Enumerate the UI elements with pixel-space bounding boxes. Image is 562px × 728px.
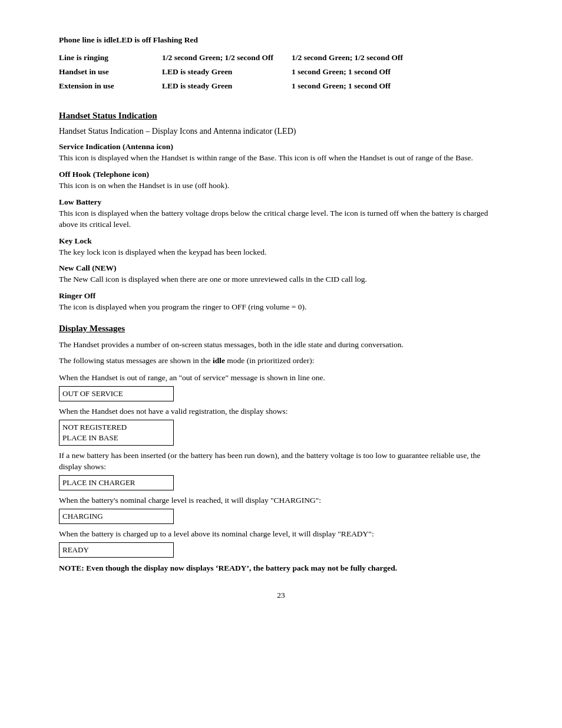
new-call-text: The New Call icon is displayed when ther… [59, 274, 503, 285]
ready-before: When the battery is charged up to a leve… [59, 529, 503, 540]
low-battery-label: Low Battery [59, 197, 503, 207]
charging-text: CHARGING [62, 511, 170, 522]
note-text: NOTE: Even though the display now displa… [59, 564, 503, 573]
low-battery-text: This icon is displayed when the battery … [59, 208, 503, 230]
display-messages-section: Display Messages The Handset provides a … [59, 324, 503, 573]
charging-block: When the battery's nominal charge level … [59, 495, 503, 524]
phone-idle-label: Phone line is idleLED is off Flashing Re… [59, 35, 503, 45]
service-indication-label: Service Indication (Antenna icon) [59, 142, 503, 151]
idle-mode-text-after: mode (in prioritized order): [227, 356, 314, 365]
not-registered-before: When the Handset does not have a valid r… [59, 406, 503, 417]
idle-mode-line: The following status messages are shown … [59, 355, 503, 367]
charging-box: CHARGING [59, 509, 174, 524]
not-registered-box: NOT REGISTERED PLACE IN BASE [59, 420, 174, 446]
out-of-service-block: When the Handset is out of range, an "ou… [59, 373, 503, 401]
phone-status-section: Phone line is idleLED is off Flashing Re… [59, 35, 503, 93]
out-of-service-box: OUT OF SERVICE [59, 386, 174, 401]
place-in-charger-before: If a new battery has been inserted (or t… [59, 450, 503, 473]
new-call-label: New Call (NEW) [59, 263, 503, 273]
ready-block: When the battery is charged up to a leve… [59, 529, 503, 558]
display-messages-title: Display Messages [59, 324, 503, 334]
not-registered-line1: NOT REGISTERED [62, 422, 170, 433]
ready-text: READY [62, 545, 170, 555]
display-messages-intro: The Handset provides a number of on-scre… [59, 340, 503, 351]
table-row: Extension in useLED is steady Green1 sec… [59, 79, 503, 93]
ready-box: READY [59, 542, 174, 558]
charging-before: When the battery's nominal charge level … [59, 495, 503, 506]
table-row: Line is ringing1/2 second Green; 1/2 sec… [59, 51, 503, 65]
key-lock-label: Key Lock [59, 236, 503, 246]
place-in-charger-block: If a new battery has been inserted (or t… [59, 450, 503, 490]
ringer-off-label: Ringer Off [59, 291, 503, 301]
handset-status-title: Handset Status Indication [59, 111, 503, 121]
not-registered-line2: PLACE IN BASE [62, 433, 170, 443]
not-registered-block: When the Handset does not have a valid r… [59, 406, 503, 446]
service-indication-text: This icon is displayed when the Handset … [59, 153, 503, 164]
place-in-charger-box: PLACE IN CHARGER [59, 475, 174, 490]
page-content: Phone line is idleLED is off Flashing Re… [59, 35, 503, 600]
page-number: 23 [59, 591, 503, 600]
place-in-charger-text: PLACE IN CHARGER [62, 477, 170, 488]
status-table: Line is ringing1/2 second Green; 1/2 sec… [59, 51, 503, 93]
out-of-service-before: When the Handset is out of range, an "ou… [59, 373, 503, 384]
out-of-service-text: OUT OF SERVICE [62, 388, 170, 399]
off-hook-label: Off Hook (Telephone icon) [59, 170, 503, 179]
table-row: Handset in useLED is steady Green1 secon… [59, 65, 503, 79]
key-lock-text: The key lock icon is displayed when the … [59, 247, 503, 258]
handset-status-section: Handset Status Indication Handset Status… [59, 111, 503, 313]
ringer-off-text: The icon is displayed when you program t… [59, 302, 503, 313]
off-hook-text: This icon is on when the Handset is in u… [59, 180, 503, 192]
handset-status-subsection: Handset Status Indication – Display Icon… [59, 127, 503, 136]
idle-mode-text-before: The following status messages are shown … [59, 356, 213, 365]
idle-mode-bold: idle [213, 356, 225, 365]
